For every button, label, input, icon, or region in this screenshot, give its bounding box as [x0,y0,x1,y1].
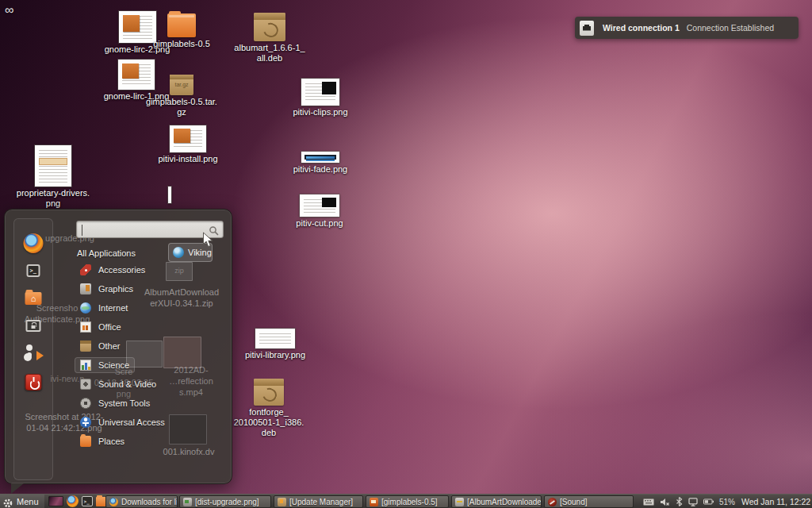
menu-category-internet[interactable]: Internet [75,300,133,316]
image-thumbnail-icon [301,79,339,106]
desktop-icon-partially-covered[interactable] [168,187,171,203]
featured-app-viking[interactable]: Viking [168,243,213,262]
image-thumbnail-icon [300,194,339,217]
sound-recorder-icon [548,498,557,506]
window-button-update-manager[interactable]: [Update Manager] [274,495,363,508]
update-manager-icon [278,498,286,506]
clock[interactable]: Wed Jan 11, 12:22 [741,497,810,506]
desktop-icon-label: albumart_1.6.6-1_ all.deb [230,43,309,64]
menu-category-universal-access[interactable]: Universal Access [75,414,170,430]
image-folder-icon [370,498,378,506]
desktop-icon-label: gimplabels-0.5.tar. gz [142,97,221,117]
system-tray: 51% Wed Jan 11, 12:22 1 2 [643,495,812,508]
document-thumbnail-icon [35,145,71,187]
firefox-icon [109,498,118,506]
shutdown-icon[interactable] [25,374,42,391]
battery-percent: 51% [719,498,735,506]
search-icon [209,225,219,239]
internet-globe-icon [80,302,91,314]
gear-icon [80,398,91,409]
desktop: ∞ gnome-lirc-2.png gimplabels-0.5 albuma… [0,0,812,508]
menu-category-places[interactable]: Places [75,433,130,449]
desktop-icon-fontforge-deb[interactable]: fontforge_ 20100501-1_i386. deb [229,379,308,439]
deb-package-icon [254,379,284,406]
all-applications-label[interactable]: All Applications [77,248,136,258]
home-folder-icon[interactable] [25,292,42,305]
other-icon [80,341,91,352]
volume-muted-icon[interactable] [660,498,670,506]
desktop-icon-gimplabels-folder[interactable]: gimplabels-0.5 [142,13,221,49]
window-button-gimplabels[interactable]: [gimplabels-0.5] [366,495,449,508]
battery-icon[interactable] [703,498,714,505]
menu-pointer-tail [11,483,24,494]
places-folder-icon [80,436,91,447]
album-art-icon [455,498,464,506]
terminal-launcher[interactable] [82,496,93,506]
desktop-icon-pitivi-fade[interactable]: pitivi-fade.png [281,148,360,175]
desktop-icon-label: proprietary-drivers. png [13,188,93,209]
desktop-icon-pitivi-install[interactable]: pitivi-install.png [148,125,228,164]
desktop-icon-label: pitivi-fade.png [281,164,360,175]
menu-category-accessories[interactable]: Accessories [75,262,151,278]
desktop-icon-label: pitivi-install.png [148,154,228,164]
desktop-icon-label: pitivi-clips.png [281,107,360,117]
accessibility-icon [80,417,91,428]
desktop-icon-pitivi-clips[interactable]: pitivi-clips.png [281,79,360,117]
firefox-launcher[interactable] [67,495,79,507]
office-icon [80,321,91,333]
deb-package-icon [254,13,285,41]
notification-title: Wired connection 1 [603,23,680,33]
viking-globe-icon [173,247,184,258]
image-thumbnail-icon [170,125,206,152]
notification-message: Connection Established [687,23,774,33]
ethernet-icon [580,21,594,36]
desktop-icon-proprietary-drivers[interactable]: proprietary-drivers. png [13,145,93,209]
network-notification[interactable]: Wired connection 1 Connection Establishe… [575,17,799,39]
text-caret [82,225,82,236]
terminal-icon[interactable] [27,264,40,277]
desktop-icon-label: fontforge_ 20100501-1_i386. deb [229,407,308,439]
image-viewer-icon [183,498,192,506]
window-button-downloads[interactable]: Downloads for linuxmin... [105,495,178,508]
desktop-icon-label: pitivi-library.png [236,350,315,360]
desktop-icon-albumart-deb[interactable]: albumart_1.6.6-1_ all.deb [230,13,309,64]
lock-screen-icon[interactable] [26,320,41,332]
desktop-icon-gimplabels-tar[interactable]: tar.gz gimplabels-0.5.tar. gz [142,75,221,117]
window-button-albumart[interactable]: [AlbumArtDownloaderX... [451,495,542,508]
window-button-sound[interactable]: [Sound] [544,495,634,508]
menu-category-graphics[interactable]: Graphics [75,281,139,297]
category-list: Accessories Graphics Internet Office Oth… [75,262,225,452]
menu-button-label: Menu [17,497,39,506]
science-chart-icon [80,360,91,371]
search-input[interactable] [82,222,205,237]
menu-button[interactable]: Menu [0,495,44,508]
image-thumbnail-icon [255,329,295,348]
show-desktop-button[interactable] [48,496,63,506]
taskbar: Menu Downloads for linuxmin... [dist-upg… [0,494,812,508]
bluetooth-icon[interactable] [676,497,683,506]
graphics-icon [80,283,91,294]
menu-gear-icon [3,497,13,506]
menu-category-office[interactable]: Office [75,319,127,335]
desktop-icon-pitivi-library[interactable]: pitivi-library.png [236,329,315,360]
logout-icon[interactable] [23,344,44,361]
folder-icon [167,13,196,37]
desktop-icon-label: pitiv-cut.png [280,218,359,229]
menu-category-other[interactable]: Other [75,338,126,354]
desktop-corner-glyph: ∞ [5,3,13,17]
menu-category-sound-video[interactable]: Sound & Video [75,376,162,392]
keyboard-layout-icon[interactable] [643,498,654,506]
speaker-icon [80,379,91,390]
window-button-dist-upgrade[interactable]: [dist-upgrade.png] [179,495,271,508]
desktop-icon-pitiv-cut[interactable]: pitiv-cut.png [280,194,359,229]
menu-category-science[interactable]: Science [75,357,135,373]
application-menu: upgrade.png Screensho Authenticate.png z… [4,209,232,484]
accessories-icon [80,264,91,275]
display-icon[interactable] [688,498,698,506]
tar-badge: tar.gz [170,82,193,87]
featured-app-label: Viking [188,248,212,257]
firefox-icon[interactable] [24,233,44,253]
desktop-icon-label: gimplabels-0.5 [142,39,221,49]
search-box [76,221,224,238]
menu-category-system-tools[interactable]: System Tools [75,395,155,411]
